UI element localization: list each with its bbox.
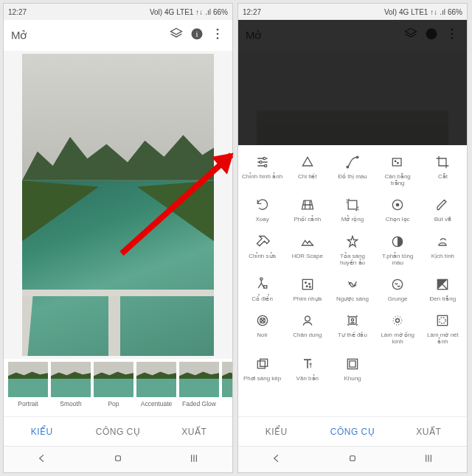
filter-thumb[interactable]: Portrait xyxy=(8,362,48,407)
tool-label: Khung xyxy=(344,375,361,382)
tool-portrait[interactable]: Chân dung xyxy=(285,309,330,348)
tune-icon xyxy=(254,154,271,170)
tool-curves[interactable]: Đồ thị màu xyxy=(330,151,375,189)
more-icon[interactable] xyxy=(210,27,225,44)
tool-lensblur[interactable]: Làm mờ ống kính xyxy=(375,309,420,348)
tool-label: T.phản tông màu xyxy=(377,253,418,266)
svg-point-25 xyxy=(306,286,308,287)
tool-label: Làm mờ nét ảnh xyxy=(422,332,463,345)
tool-label: Đồ thị màu xyxy=(338,173,367,180)
tool-label: Chân dung xyxy=(293,332,322,338)
tab-tools[interactable]: CÔNG CỤ xyxy=(314,417,390,446)
tool-double[interactable]: Phơi sáng kép xyxy=(240,353,285,385)
tool-drama[interactable]: Kịch tính xyxy=(420,231,465,269)
tool-grunge[interactable]: Grunge xyxy=(375,273,420,305)
bottom-tabs: KIỂU CÔNG CỤ XUẤT xyxy=(4,416,232,446)
tab-styles[interactable]: KIỂU xyxy=(238,417,314,446)
tool-vignette[interactable]: Làm mờ nét ảnh xyxy=(420,309,465,348)
tool-label: Chọn lọc xyxy=(386,216,410,223)
rotate-icon xyxy=(254,197,271,213)
tool-hdr[interactable]: HDR Scape xyxy=(285,231,330,269)
filter-strip[interactable]: PortraitSmoothPopAccentuateFaded GlowMo xyxy=(4,359,232,416)
tool-selective[interactable]: Chọn lọc xyxy=(375,194,420,225)
tool-glamour[interactable]: Tỏa sáng huyền ảo xyxy=(330,231,375,269)
svg-point-35 xyxy=(393,316,402,325)
tool-vintage[interactable]: Cổ điển xyxy=(240,273,285,305)
nav-recents-icon[interactable] xyxy=(423,452,434,467)
filter-thumb[interactable]: Pop xyxy=(94,362,133,407)
status-time: 12:27 xyxy=(8,8,27,16)
tool-retrolux[interactable]: Ngược sáng xyxy=(330,273,375,305)
filter-thumb[interactable]: Smooth xyxy=(51,362,91,407)
tool-bw[interactable]: Đen trắng xyxy=(420,273,465,305)
tool-grid: Chỉnh hình ảnhChi tiếtĐồ thị màuCân bằng… xyxy=(240,151,465,385)
tool-brush[interactable]: Bút vẽ xyxy=(420,194,465,225)
nav-recents-icon[interactable] xyxy=(188,452,200,467)
svg-rect-38 xyxy=(257,360,265,368)
drama-icon xyxy=(434,234,451,250)
svg-point-9 xyxy=(451,38,454,40)
svg-rect-32 xyxy=(349,317,356,324)
tool-healing[interactable]: Chỉnh sửa xyxy=(240,231,285,269)
nav-back-icon[interactable] xyxy=(36,452,48,467)
tool-frames[interactable]: Khung xyxy=(330,353,375,385)
tool-details[interactable]: Chi tiết xyxy=(285,151,330,189)
status-network: Vol) 4G xyxy=(384,8,409,16)
filter-label: Portrait xyxy=(8,397,48,407)
tool-wb[interactable]: Cân bằng trắng xyxy=(375,151,420,189)
tab-export[interactable]: XUẤT xyxy=(391,417,467,446)
status-battery: 66% xyxy=(213,8,228,16)
tool-perspective[interactable]: Phối cảnh xyxy=(285,194,330,225)
tool-tune[interactable]: Chỉnh hình ảnh xyxy=(240,151,285,189)
tool-label: Bút vẽ xyxy=(434,216,451,223)
filter-thumb[interactable]: Accentuate xyxy=(136,362,176,407)
tool-noir[interactable]: Noir xyxy=(240,309,285,348)
brush-icon xyxy=(434,197,451,213)
svg-point-34 xyxy=(396,319,400,323)
more-icon xyxy=(445,27,459,44)
tool-label: Văn bản xyxy=(296,375,319,382)
filter-label: Mo xyxy=(222,397,232,407)
tool-text[interactable]: Văn bản xyxy=(285,353,330,385)
tool-label: Mở rộng xyxy=(341,216,364,223)
tool-crop[interactable]: Cắt xyxy=(420,151,465,189)
tab-tools[interactable]: CÔNG CỤ xyxy=(80,417,156,446)
svg-rect-42 xyxy=(350,455,355,461)
tab-styles[interactable]: KIỂU xyxy=(4,417,80,446)
filter-thumb[interactable]: Mo xyxy=(222,362,232,407)
filter-thumb[interactable]: Faded Glow xyxy=(179,362,219,407)
svg-point-3 xyxy=(217,33,219,35)
expand-icon xyxy=(344,197,361,213)
appbar-title: Mở xyxy=(246,29,398,42)
canvas-area[interactable] xyxy=(4,51,232,359)
tool-tonal[interactable]: T.phản tông màu xyxy=(375,231,420,269)
tool-expand[interactable]: Mở rộng xyxy=(330,194,375,225)
phone-right: 12:27 Vol) 4G LTE1 ↑↓ .ıl 66% Mở Chỉnh h… xyxy=(237,3,468,473)
tool-label: Tỏa sáng huyền ảo xyxy=(332,253,373,266)
tab-export[interactable]: XUẤT xyxy=(156,417,232,446)
layers-icon[interactable] xyxy=(169,27,184,44)
status-time: 12:27 xyxy=(243,8,261,16)
nav-home-icon[interactable] xyxy=(112,452,124,467)
tool-label: Cân bằng trắng xyxy=(377,173,418,186)
status-network: Vol) 4G xyxy=(150,8,174,16)
svg-rect-21 xyxy=(263,286,266,288)
tool-rotate[interactable]: Xoay xyxy=(240,194,285,225)
appbar-title[interactable]: Mở xyxy=(11,29,163,42)
nav-back-icon[interactable] xyxy=(271,452,282,467)
android-navbar xyxy=(4,446,232,472)
filter-label: Accentuate xyxy=(136,397,176,407)
tonal-icon xyxy=(389,234,406,250)
svg-point-18 xyxy=(397,204,399,206)
svg-point-4 xyxy=(217,38,219,40)
status-signal: .ıl xyxy=(205,8,211,16)
tool-headpose[interactable]: Tư thế đầu xyxy=(330,309,375,348)
svg-point-27 xyxy=(393,279,403,289)
selective-icon xyxy=(389,197,406,213)
nav-home-icon[interactable] xyxy=(347,452,358,467)
wb-icon xyxy=(389,154,406,170)
tool-grainy[interactable]: Phim nhựa xyxy=(285,273,330,305)
status-lte: LTE1 ↑↓ xyxy=(411,8,437,16)
svg-point-13 xyxy=(347,166,349,168)
info-icon[interactable]: i xyxy=(190,27,204,44)
